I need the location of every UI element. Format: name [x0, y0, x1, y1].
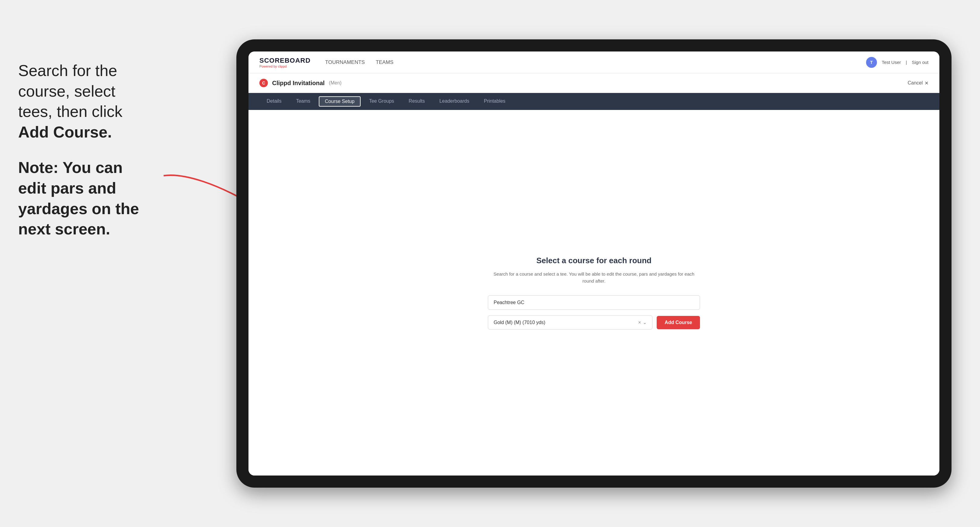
- tee-select-controls: × ⌄: [638, 319, 647, 325]
- tee-value: Gold (M) (M) (7010 yds): [494, 320, 546, 325]
- logo-area: SCOREBOARD Powered by clippd: [259, 57, 310, 68]
- nav-user: T Test User | Sign out: [866, 57, 929, 68]
- annotation-main-text: Search for thecourse, selecttees, then c…: [18, 60, 179, 142]
- cancel-icon: ✕: [924, 80, 929, 86]
- note-line3: yardages on the: [18, 200, 139, 217]
- logo-title: SCOREBOARD: [259, 57, 310, 65]
- tab-printables[interactable]: Printables: [477, 93, 513, 110]
- top-nav: SCOREBOARD Powered by clippd TOURNAMENTS…: [248, 51, 939, 73]
- tee-select[interactable]: Gold (M) (M) (7010 yds) × ⌄: [488, 315, 652, 330]
- tablet-screen: SCOREBOARD Powered by clippd TOURNAMENTS…: [248, 51, 939, 476]
- logo-sub: Powered by clippd: [259, 65, 310, 68]
- tab-course-setup[interactable]: Course Setup: [319, 96, 361, 106]
- course-search-input[interactable]: [488, 295, 700, 310]
- annotation-note: Note: You can edit pars and yardages on …: [18, 157, 179, 239]
- tournament-name: Clippd Invitational: [272, 79, 325, 87]
- nav-teams[interactable]: TEAMS: [376, 59, 394, 65]
- cancel-label: Cancel: [908, 80, 923, 86]
- nav-tournaments[interactable]: TOURNAMENTS: [325, 59, 365, 65]
- main-content: Select a course for each round Search fo…: [248, 110, 939, 476]
- nav-links: TOURNAMENTS TEAMS: [325, 59, 866, 65]
- card-description-text: Search for a course and select a tee. Yo…: [494, 271, 695, 284]
- tee-select-wrap: Gold (M) (M) (7010 yds) × ⌄ Add Course: [488, 315, 700, 330]
- user-name: Test User: [882, 60, 901, 65]
- search-input-wrap: [488, 295, 700, 310]
- add-course-button[interactable]: Add Course: [657, 316, 700, 329]
- tab-teams[interactable]: Teams: [289, 93, 318, 110]
- note-line4: next screen.: [18, 220, 110, 238]
- user-avatar: T: [866, 57, 877, 68]
- tab-bar: Details Teams Course Setup Tee Groups Re…: [248, 93, 939, 110]
- tournament-icon: C: [259, 79, 268, 87]
- card-description: Search for a course and select a tee. Yo…: [488, 271, 700, 284]
- annotation-bold: Add Course.: [18, 123, 112, 141]
- cancel-button[interactable]: Cancel ✕: [908, 80, 929, 86]
- tab-details[interactable]: Details: [259, 93, 289, 110]
- course-setup-card: Select a course for each round Search fo…: [488, 256, 700, 330]
- tee-expand-icon[interactable]: ⌄: [643, 319, 647, 325]
- tournament-header: C Clippd Invitational (Men) Cancel ✕: [248, 73, 939, 93]
- tournament-title: C Clippd Invitational (Men): [259, 79, 342, 87]
- tee-clear-icon[interactable]: ×: [638, 320, 641, 325]
- tablet-device: SCOREBOARD Powered by clippd TOURNAMENTS…: [236, 40, 951, 487]
- annotation-area: Search for thecourse, selecttees, then c…: [0, 48, 197, 252]
- note-line1: Note: You can: [18, 159, 123, 176]
- tab-tee-groups[interactable]: Tee Groups: [362, 93, 401, 110]
- sign-out-link[interactable]: Sign out: [912, 60, 929, 65]
- tab-results[interactable]: Results: [401, 93, 432, 110]
- user-separator: |: [906, 60, 907, 65]
- card-title: Select a course for each round: [488, 256, 700, 265]
- tab-leaderboards[interactable]: Leaderboards: [432, 93, 477, 110]
- tournament-type: (Men): [329, 80, 342, 86]
- note-line2: edit pars and: [18, 179, 116, 197]
